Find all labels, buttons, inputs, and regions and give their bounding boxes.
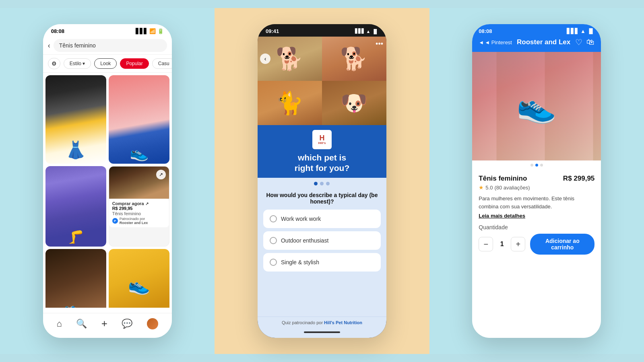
hills-logo: H Hill's bbox=[312, 130, 332, 149]
quantity-increase[interactable]: + bbox=[511, 237, 525, 251]
product-description: Para mulheres em movimento. Este tênis c… bbox=[479, 195, 594, 210]
sneaker-emoji: 👟 bbox=[516, 87, 557, 125]
rating-reviews: (80 avaliações) bbox=[494, 185, 530, 191]
photo-dog3: 🐶 bbox=[322, 81, 386, 125]
search-input[interactable]: Tênis feminino bbox=[54, 39, 167, 52]
radio-3 bbox=[270, 259, 277, 266]
radio-2 bbox=[270, 237, 277, 244]
status-bar-left: 08:08 ▋▋▋ 📶 🔋 bbox=[43, 24, 172, 37]
heart-icon[interactable]: ♡ bbox=[575, 37, 582, 47]
quantity-value: 1 bbox=[498, 241, 506, 248]
quiz-option-3[interactable]: Single & stylish bbox=[263, 253, 381, 272]
product-price: R$ 299,95 bbox=[563, 175, 594, 183]
bottom-nav: ⌂ 🔍 + 💬 bbox=[43, 313, 172, 338]
status-bar-right: 08:08 ▋▋▋ ▲ ▐▌ bbox=[472, 24, 601, 34]
phone-right: 08:08 ▋▋▋ ▲ ▐▌ ◄ ◄ Pinterest Rooster and… bbox=[472, 24, 601, 338]
pin-card-3[interactable]: 🦵 bbox=[45, 166, 106, 247]
pin-card-sponsored[interactable]: ↗ Comprar agora ↗ R$ 299,95 Tênis femini… bbox=[109, 166, 169, 247]
product-info: Tênis feminino R$ 299,95 ★ 5.0 (80 avali… bbox=[472, 170, 601, 338]
shop-name: Rooster and Lex bbox=[517, 38, 570, 46]
pin-card-1[interactable]: 👗 bbox=[45, 75, 106, 164]
status-icons-right: ▋▋▋ ▲ ▐▌ bbox=[567, 28, 594, 34]
time-center: 09:41 bbox=[266, 28, 279, 34]
back-button[interactable]: ‹ bbox=[48, 41, 50, 50]
sponsored-title: Tênis feminino bbox=[112, 211, 166, 216]
quiz-option-2[interactable]: Outdoor enthusiast bbox=[263, 231, 381, 250]
radio-1 bbox=[270, 215, 277, 222]
nav-chat[interactable]: 💬 bbox=[122, 319, 132, 329]
img-dot-2-active bbox=[535, 164, 538, 167]
footer-text: Quiz patrocinado por bbox=[282, 320, 324, 325]
quiz-white-section: How would you describe a typical day (be… bbox=[258, 188, 386, 317]
nav-add[interactable]: + bbox=[101, 317, 107, 330]
rating-row: ★ 5.0 (80 avaliações) bbox=[479, 184, 594, 191]
back-label: ◄ Pinterest bbox=[485, 39, 512, 45]
wifi-icon-left: 📶 bbox=[149, 28, 156, 34]
photo-dog2: 🐕 ••• bbox=[322, 37, 386, 81]
pin-card-2[interactable]: 👟 bbox=[109, 75, 169, 164]
more-icon[interactable]: ••• bbox=[376, 40, 383, 48]
pins-grid: 👗 👟 🦵 ↗ Comprar agora bbox=[43, 73, 172, 308]
dot-3 bbox=[326, 182, 330, 185]
read-more-link[interactable]: Leia mais detalhes bbox=[479, 213, 525, 219]
nav-home[interactable]: ⌂ bbox=[56, 319, 62, 329]
quiz-dots bbox=[258, 178, 386, 188]
filter-popular[interactable]: Popular bbox=[120, 58, 149, 69]
quantity-decrease[interactable]: − bbox=[479, 237, 493, 251]
time-left: 08:08 bbox=[51, 28, 64, 34]
quiz-title: which pet is right for you? bbox=[264, 152, 380, 174]
product-title: Tênis feminino bbox=[479, 175, 527, 183]
phone-center: 09:41 ▋▋▋ ▲ ▐▌ 🐕 ‹ 🐕 ••• 🐈 🐶 bbox=[258, 24, 386, 338]
pin-card-6[interactable]: 👟 bbox=[109, 249, 169, 308]
product-image-container: 👟 bbox=[472, 52, 601, 160]
quiz-question: How would you describe a typical day (be… bbox=[263, 192, 381, 205]
filter-look[interactable]: Look bbox=[94, 58, 117, 69]
battery-right: ▐▌ bbox=[587, 28, 594, 34]
sponsor-dot: P bbox=[112, 218, 118, 224]
header-actions: ♡ 🛍 bbox=[575, 37, 594, 47]
photo-cat: 🐈 bbox=[258, 81, 322, 125]
battery-icon-left: 🔋 bbox=[157, 28, 164, 34]
battery-icon-center: ▐▌ bbox=[372, 29, 378, 34]
back-pinterest[interactable]: ◄ ◄ Pinterest bbox=[479, 39, 512, 45]
right-header: ◄ ◄ Pinterest Rooster and Lex ♡ 🛍 bbox=[472, 34, 601, 52]
back-arrow-right: ◄ bbox=[479, 39, 484, 45]
nav-search[interactable]: 🔍 bbox=[76, 319, 87, 329]
dog3-emoji: 🐶 bbox=[340, 90, 368, 116]
product-emoji: 👟 bbox=[472, 52, 601, 160]
cat-emoji: 🐈 bbox=[276, 90, 303, 116]
pin-card-5[interactable]: 👟 bbox=[45, 249, 106, 308]
filter-estilo[interactable]: Estilo ▾ bbox=[64, 58, 91, 69]
img-dot-1 bbox=[530, 164, 533, 167]
quantity-row: − 1 + Adicionar ao carrinho bbox=[479, 234, 594, 255]
quantity-section: Quantidade − 1 + Adicionar ao carrinho bbox=[479, 224, 594, 255]
photo-nav-left[interactable]: ‹ bbox=[260, 53, 270, 64]
buy-now-label: Comprar agora ↗ bbox=[112, 201, 166, 206]
signal-right: ▋▋▋ bbox=[567, 28, 579, 34]
home-bar bbox=[304, 331, 340, 333]
star-icon: ★ bbox=[479, 184, 484, 191]
filter-casual[interactable]: Casu bbox=[152, 58, 172, 69]
time-right: 08:08 bbox=[479, 28, 492, 34]
sponsor-text: Patrocinado porRooster and Lex bbox=[120, 217, 148, 225]
nav-avatar[interactable] bbox=[147, 318, 158, 329]
sponsored-by: P Patrocinado porRooster and Lex bbox=[112, 217, 166, 225]
option-1-label: Work work work bbox=[281, 216, 321, 222]
quiz-title-line2: right for you? bbox=[264, 163, 380, 173]
photo-dog1: 🐕 ‹ bbox=[258, 37, 322, 81]
wifi-icon-center: ▲ bbox=[366, 29, 371, 34]
status-icons-center: ▋▋▋ ▲ ▐▌ bbox=[355, 29, 378, 34]
arrow-icon[interactable]: ↗ bbox=[156, 170, 166, 179]
bag-icon[interactable]: 🛍 bbox=[586, 37, 594, 47]
sponsored-info: Comprar agora ↗ R$ 299,95 Tênis feminino… bbox=[109, 199, 169, 227]
footer-sponsor: Hill's Pet Nutrition bbox=[324, 320, 362, 325]
home-indicator bbox=[258, 328, 386, 338]
dot-2 bbox=[320, 182, 324, 185]
filter-bar: ⚙ Estilo ▾ Look Popular Casu bbox=[43, 55, 172, 73]
product-title-row: Tênis feminino R$ 299,95 bbox=[479, 175, 594, 183]
add-to-cart-button[interactable]: Adicionar ao carrinho bbox=[530, 234, 594, 255]
search-bar: ‹ Tênis feminino bbox=[43, 37, 172, 55]
quiz-option-1[interactable]: Work work work bbox=[263, 210, 381, 228]
filter-icon-button[interactable]: ⚙ bbox=[48, 58, 60, 69]
option-3-label: Single & stylish bbox=[281, 259, 319, 265]
